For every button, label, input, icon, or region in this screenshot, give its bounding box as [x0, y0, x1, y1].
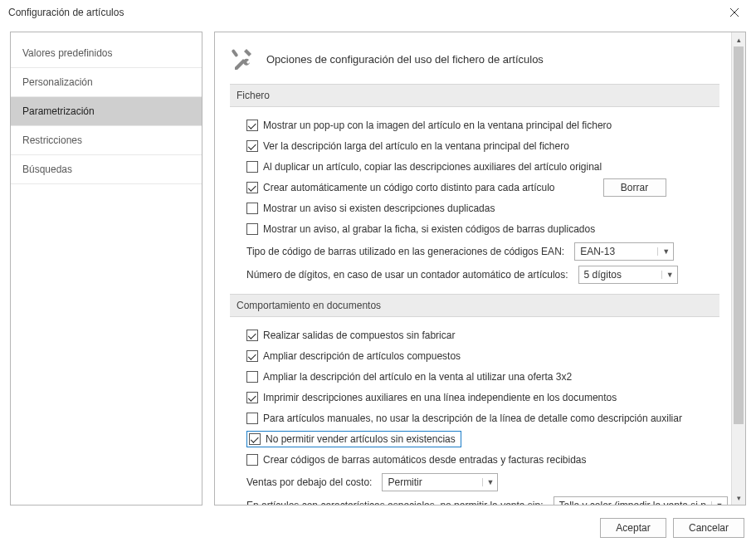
select-num-digitos[interactable]: 5 dígitos ▼ [578, 266, 678, 284]
checkbox-manuales-no-usar[interactable] [246, 413, 258, 424]
group-header-fichero: Fichero [230, 84, 719, 107]
main-content: Opciones de configuración del uso del fi… [215, 32, 731, 505]
chevron-down-icon: ▼ [661, 271, 674, 279]
checkbox-label: Crear automáticamente un código corto di… [263, 182, 555, 193]
checkbox-label: Mostrar un pop-up con la imagen del artí… [263, 120, 612, 131]
checkbox-label: Al duplicar un artículo, copiar las desc… [263, 161, 602, 173]
page-title: Opciones de configuración del uso del fi… [266, 53, 544, 66]
checkbox-label: Realizar salidas de compuestos sin fabri… [263, 330, 455, 341]
group-header-comportamiento: Comportamiento en documentos [230, 294, 719, 317]
window-title: Configuración de artículos [8, 7, 124, 18]
checkbox-codigo-corto[interactable] [246, 182, 258, 193]
close-button[interactable] [718, 1, 751, 24]
select-tipo-ean[interactable]: EAN-13 ▼ [574, 242, 674, 261]
select-caract-especiales[interactable]: Talla y color (impedir la venta si no s … [554, 496, 728, 505]
label-ventas-costo: Ventas por debajo del costo: [246, 476, 372, 488]
group-title: Comportamiento en documentos [237, 300, 381, 311]
label-caract-especiales: En artículos con características especia… [246, 500, 544, 505]
group-body-fichero: Mostrar un pop-up con la imagen del artí… [230, 115, 719, 294]
sidebar-item-restricciones[interactable]: Restricciones [11, 126, 202, 155]
checkbox-label: No permitir vender artículos sin existen… [266, 433, 456, 445]
vertical-scrollbar[interactable]: ▴ ▾ [731, 32, 745, 505]
checkbox-salidas-compuestos[interactable] [246, 330, 258, 341]
checkbox-label: Ver la descripción larga del artículo en… [263, 140, 569, 152]
checkbox-label: Ampliar la descripción del artículo en l… [263, 371, 572, 383]
scroll-down-arrow-icon[interactable]: ▾ [732, 491, 745, 505]
checkbox-aviso-barras-dup[interactable] [246, 223, 258, 235]
checkbox-imprimir-aux[interactable] [246, 392, 258, 403]
main-panel: Opciones de configuración del uso del fi… [214, 32, 746, 505]
checkbox-ampliar-desc-oferta[interactable] [246, 371, 258, 383]
group-title: Fichero [237, 90, 270, 101]
group-body-comportamiento: Realizar salidas de compuestos sin fabri… [230, 325, 719, 505]
sidebar-item-parametrizacion[interactable]: Parametrización [11, 97, 202, 126]
checkbox-duplicar-copiar-aux[interactable] [246, 161, 258, 173]
chevron-down-icon: ▼ [482, 478, 495, 486]
checkbox-no-vender-sin-existencias[interactable] [249, 433, 261, 445]
select-value: Talla y color (impedir la venta si no s [559, 500, 706, 505]
select-ventas-costo[interactable]: Permitir ▼ [382, 473, 498, 491]
checkbox-label: Para artículos manuales, no usar la desc… [263, 413, 682, 424]
sidebar: Valores predefinidos Personalización Par… [10, 32, 202, 505]
select-value: Permitir [388, 476, 422, 488]
close-icon [730, 8, 739, 17]
sidebar-item-personalizacion[interactable]: Personalización [11, 68, 202, 97]
sidebar-item-valores-predefinidos[interactable]: Valores predefinidos [11, 39, 202, 68]
accept-button[interactable]: Aceptar [600, 518, 666, 538]
label-num-digitos: Número de dígitos, en caso de usar un co… [246, 269, 568, 281]
svg-rect-2 [231, 49, 238, 57]
sidebar-item-label: Personalización [22, 76, 93, 88]
sidebar-item-label: Valores predefinidos [22, 47, 113, 59]
select-value: EAN-13 [580, 246, 615, 257]
scrollbar-thumb[interactable] [734, 46, 744, 424]
cancel-button[interactable]: Cancelar [673, 518, 744, 538]
checkbox-label: Imprimir descripciones auxiliares en una… [263, 392, 617, 403]
checkbox-crear-barras-auto[interactable] [246, 454, 258, 466]
tools-icon [230, 46, 256, 72]
checkbox-desc-larga[interactable] [246, 140, 258, 152]
dialog-window: Configuración de artículos Valores prede… [0, 0, 756, 547]
page-header: Opciones de configuración del uso del fi… [230, 46, 719, 72]
sidebar-item-busquedas[interactable]: Búsquedas [11, 155, 202, 184]
borrar-button[interactable]: Borrar [603, 178, 666, 197]
select-value: 5 dígitos [584, 269, 622, 281]
dialog-body: Valores predefinidos Personalización Par… [0, 25, 756, 509]
checkbox-label: Mostrar un aviso si existen descripcione… [263, 203, 495, 214]
label-tipo-ean: Tipo de código de barras utilizado en la… [246, 246, 564, 257]
chevron-down-icon: ▼ [711, 501, 724, 505]
scroll-up-arrow-icon[interactable]: ▴ [732, 32, 745, 46]
scrollbar-track-region[interactable] [732, 46, 745, 491]
checkbox-label: Mostrar un aviso, al grabar la ficha, si… [263, 223, 595, 235]
chevron-down-icon: ▼ [657, 247, 670, 256]
checkbox-label: Ampliar descripción de artículos compues… [263, 350, 461, 362]
dialog-footer: Aceptar Cancelar [0, 509, 756, 547]
sidebar-item-label: Parametrización [22, 105, 95, 117]
checkbox-ampliar-desc-comp[interactable] [246, 350, 258, 362]
checkbox-aviso-desc-dup[interactable] [246, 203, 258, 214]
sidebar-item-label: Restricciones [22, 134, 82, 146]
highlighted-option: No permitir vender artículos sin existen… [246, 431, 461, 447]
checkbox-label: Crear códigos de barras automáticos desd… [263, 454, 587, 466]
sidebar-item-label: Búsquedas [22, 164, 72, 175]
checkbox-popup-imagen[interactable] [246, 120, 258, 131]
titlebar: Configuración de artículos [0, 0, 756, 25]
